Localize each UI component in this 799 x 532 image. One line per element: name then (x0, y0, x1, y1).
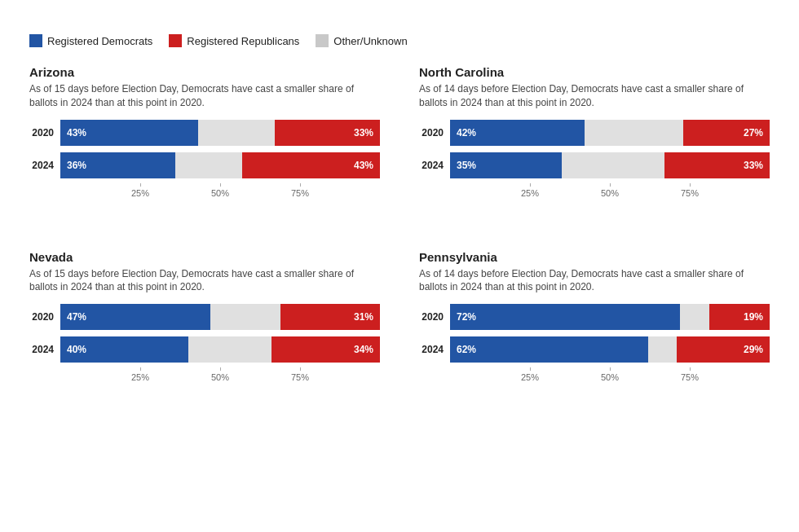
chart-pennsylvania: PennsylvaniaAs of 14 days before Electio… (419, 250, 770, 406)
bar-democrat: 42% (450, 120, 585, 146)
chart-title-pennsylvania: Pennsylvania (419, 250, 770, 264)
axis-tick: 25% (131, 188, 149, 198)
chart-arizona: ArizonaAs of 15 days before Election Day… (29, 65, 380, 221)
bar-track: 62%29% (450, 336, 770, 363)
axis-tick: 50% (211, 188, 229, 198)
bar-row: 202072%19% (419, 304, 770, 330)
axis-ticks: 25%50%75% (60, 185, 380, 201)
legend-label: Registered Democrats (47, 35, 152, 47)
chart-nevada: NevadaAs of 15 days before Election Day,… (29, 250, 380, 406)
bar-republican: 34% (271, 336, 380, 363)
charts-grid: ArizonaAs of 15 days before Election Day… (29, 65, 770, 405)
chart-desc-arizona: As of 15 days before Election Day, Democ… (29, 82, 355, 110)
bar-republican: 19% (709, 304, 770, 330)
axis-ticks: 25%50%75% (60, 369, 380, 385)
rep-pct: 29% (744, 344, 763, 355)
legend-label: Other/Unknown (333, 35, 407, 47)
bar-democrat: 72% (450, 304, 680, 330)
bar-year-label: 2024 (29, 344, 60, 355)
legend-swatch (29, 34, 42, 47)
bar-track: 36%43% (60, 152, 380, 178)
bar-track: 35%33% (450, 152, 770, 178)
bar-year-label: 2024 (29, 160, 60, 171)
bar-year-label: 2020 (29, 311, 60, 323)
dem-pct: 35% (457, 160, 476, 171)
legend-swatch (169, 34, 182, 47)
legend-label: Registered Republicans (187, 35, 299, 47)
legend-swatch (316, 34, 329, 47)
dem-pct: 36% (67, 160, 86, 171)
bar-republican: 29% (677, 336, 770, 363)
bar-row: 202047%31% (29, 304, 380, 330)
legend-item: Registered Democrats (29, 34, 152, 47)
bar-track: 43%33% (60, 120, 380, 146)
axis-tick: 25% (521, 372, 539, 382)
bar-year-label: 2020 (419, 311, 450, 323)
dem-pct: 43% (67, 127, 86, 138)
bar-republican: 33% (275, 120, 380, 146)
chart-title-north-carolina: North Carolina (419, 65, 770, 79)
bar-democrat: 62% (450, 336, 648, 363)
rep-pct: 43% (354, 160, 373, 171)
rep-pct: 27% (744, 127, 763, 138)
bar-row: 202043%33% (29, 120, 380, 146)
bar-democrat: 35% (450, 152, 562, 178)
chart-desc-north-carolina: As of 14 days before Election Day, Democ… (419, 82, 745, 110)
axis-tick: 25% (521, 188, 539, 198)
bar-republican: 31% (280, 304, 380, 330)
axis-tick: 50% (211, 372, 229, 382)
bar-year-label: 2020 (419, 127, 450, 138)
bar-year-label: 2024 (419, 344, 450, 355)
rep-pct: 33% (744, 160, 763, 171)
chart-north-carolina: North CarolinaAs of 14 days before Elect… (419, 65, 770, 221)
axis-tick: 25% (131, 372, 149, 382)
bar-chart-north-carolina: 202042%27%202435%33%25%50%75% (419, 120, 770, 221)
axis-tick: 50% (601, 372, 619, 382)
axis-tick: 50% (601, 188, 619, 198)
dem-pct: 42% (457, 127, 476, 138)
bar-row: 202042%27% (419, 120, 770, 146)
dem-pct: 62% (457, 344, 476, 355)
chart-title-nevada: Nevada (29, 250, 380, 264)
rep-pct: 34% (354, 344, 373, 355)
dem-pct: 72% (457, 311, 476, 323)
bar-democrat: 47% (60, 304, 210, 330)
axis-ticks: 25%50%75% (450, 369, 770, 385)
bar-chart-arizona: 202043%33%202436%43%25%50%75% (29, 120, 380, 221)
bar-democrat: 43% (60, 120, 198, 146)
axis-tick: 75% (681, 188, 699, 198)
legend-item: Other/Unknown (316, 34, 407, 47)
legend: Registered DemocratsRegistered Republica… (29, 34, 770, 47)
axis-ticks: 25%50%75% (450, 185, 770, 201)
legend-item: Registered Republicans (169, 34, 299, 47)
bar-track: 40%34% (60, 336, 380, 363)
bar-row: 202440%34% (29, 336, 380, 363)
bar-republican: 33% (664, 152, 770, 178)
bar-row: 202435%33% (419, 152, 770, 178)
bar-democrat: 36% (60, 152, 175, 178)
bar-row: 202462%29% (419, 336, 770, 363)
chart-desc-nevada: As of 15 days before Election Day, Democ… (29, 267, 355, 295)
rep-pct: 31% (354, 311, 373, 323)
bar-track: 47%31% (60, 304, 380, 330)
axis-tick: 75% (291, 372, 309, 382)
chart-title-arizona: Arizona (29, 65, 380, 79)
bar-year-label: 2020 (29, 127, 60, 138)
bar-republican: 43% (242, 152, 380, 178)
bar-row: 202436%43% (29, 152, 380, 178)
axis-tick: 75% (291, 188, 309, 198)
bar-track: 72%19% (450, 304, 770, 330)
axis-tick: 75% (681, 372, 699, 382)
chart-desc-pennsylvania: As of 14 days before Election Day, Democ… (419, 267, 745, 295)
bar-chart-nevada: 202047%31%202440%34%25%50%75% (29, 304, 380, 405)
rep-pct: 19% (744, 311, 763, 323)
dem-pct: 40% (67, 344, 86, 355)
bar-track: 42%27% (450, 120, 770, 146)
rep-pct: 33% (354, 127, 373, 138)
bar-year-label: 2024 (419, 160, 450, 171)
bar-chart-pennsylvania: 202072%19%202462%29%25%50%75% (419, 304, 770, 405)
dem-pct: 47% (67, 311, 86, 323)
bar-democrat: 40% (60, 336, 188, 363)
bar-republican: 27% (683, 120, 770, 146)
